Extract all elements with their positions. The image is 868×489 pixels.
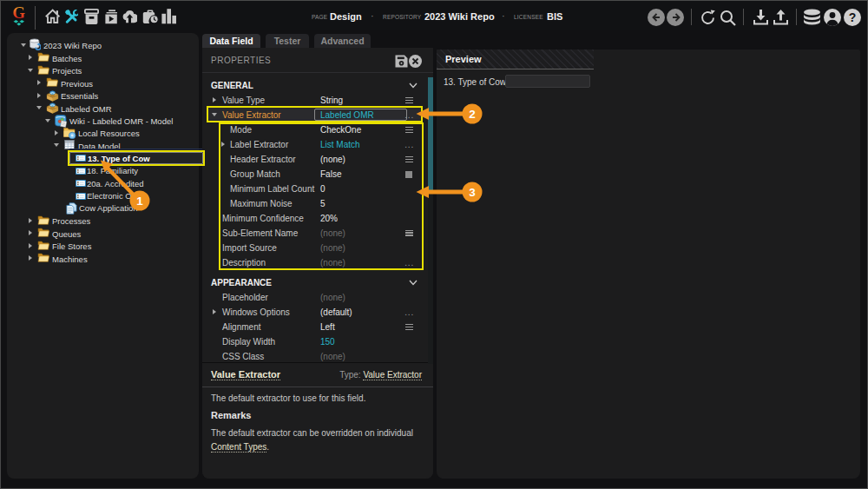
svg-text:3: 3 xyxy=(469,186,476,199)
svg-text:1: 1 xyxy=(136,195,143,208)
svg-text:2: 2 xyxy=(469,108,476,121)
